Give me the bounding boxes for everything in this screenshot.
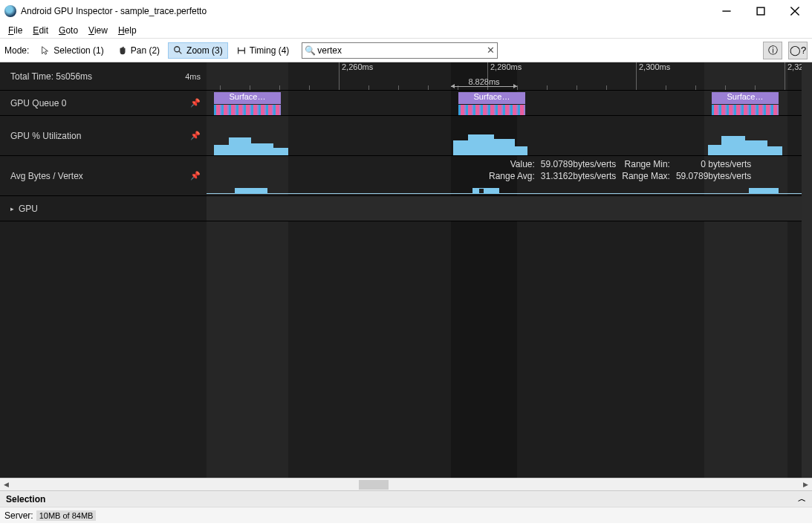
search-clear-icon[interactable]: ✕ xyxy=(487,45,495,56)
maximize-button[interactable] xyxy=(744,0,778,22)
track-queue[interactable]: Surface… Surface… Surface… xyxy=(207,91,802,116)
scroll-right-icon[interactable]: ▶ xyxy=(799,478,812,491)
queue-bars xyxy=(214,105,281,115)
surface-block[interactable]: Surface… xyxy=(458,92,525,104)
track-header-gpu[interactable]: ▸ GPU xyxy=(0,196,207,221)
title-bar: Android GPU Inspector - sample_trace.per… xyxy=(0,0,812,22)
surface-block[interactable]: Surface… xyxy=(712,92,779,104)
mode-selection-label: Selection (1) xyxy=(53,45,103,56)
tick-minor xyxy=(576,85,577,90)
tick-minor xyxy=(755,85,756,90)
track-gpu-collapsed[interactable] xyxy=(207,196,802,221)
tooltip-range-max: 59.0789bytes/verts xyxy=(676,171,751,181)
mode-zoom-label: Zoom (3) xyxy=(186,45,223,56)
tooltip-value: 59.0789bytes/verts xyxy=(541,159,616,169)
close-button[interactable] xyxy=(778,0,812,22)
total-time-header: Total Time: 5s056ms 4ms xyxy=(0,62,207,91)
queue-bars xyxy=(458,105,525,115)
tick-minor xyxy=(309,85,310,90)
chevron-up-icon[interactable]: ︿ xyxy=(798,493,806,504)
tick-minor xyxy=(368,85,369,90)
tooltip-range-max-label: Range Max: xyxy=(622,171,670,181)
time-ruler[interactable]: 2,260ms 2,280ms 2,300ms 2,32 xyxy=(207,62,802,91)
track-label-gpu: GPU xyxy=(19,204,201,214)
tooltip-range-min: 0 bytes/verts xyxy=(676,159,751,169)
tick-minor xyxy=(547,85,548,90)
track-header-util[interactable]: GPU % Utilization 📌 xyxy=(0,116,207,156)
bytes-bar xyxy=(235,188,267,194)
svg-rect-0 xyxy=(757,7,764,15)
queue-bars xyxy=(712,105,779,115)
tick-minor xyxy=(279,85,280,90)
mode-timing-label: Timing (4) xyxy=(250,45,290,56)
track-bytes[interactable]: Value: 59.0789bytes/verts Range Min: 0 b… xyxy=(207,156,802,196)
window-title: Android GPU Inspector - sample_trace.per… xyxy=(21,6,709,16)
tick-minor xyxy=(220,85,221,90)
total-time-label: Total Time: 5s056ms xyxy=(10,71,92,82)
tooltip-range-avg: 31.3162bytes/verts xyxy=(541,171,616,181)
value-cursor[interactable] xyxy=(478,188,484,194)
mode-label: Mode: xyxy=(4,45,29,56)
mode-timing-button[interactable]: Timing (4) xyxy=(231,42,295,59)
vertical-scrollbar[interactable] xyxy=(802,62,812,478)
track-util[interactable] xyxy=(207,116,802,156)
menu-help[interactable]: Help xyxy=(113,24,142,37)
tick-minor xyxy=(517,85,518,90)
server-memory: 10MB of 84MB xyxy=(36,510,97,521)
info-icon: ⓘ xyxy=(768,44,778,57)
track-label-bytes: Avg Bytes / Vertex xyxy=(10,171,83,181)
bytes-bar xyxy=(749,188,779,194)
tick-minor xyxy=(606,85,607,90)
menu-file[interactable]: File xyxy=(3,24,27,37)
tick-minor xyxy=(250,85,250,90)
menu-bar: File Edit Goto View Help xyxy=(0,22,812,39)
mode-zoom-button[interactable]: Zoom (3) xyxy=(168,42,228,59)
range-arrow xyxy=(451,86,517,87)
mode-pan-label: Pan (2) xyxy=(131,45,160,56)
pin-icon[interactable]: 📌 xyxy=(190,98,201,108)
menu-goto[interactable]: Goto xyxy=(53,24,83,37)
pin-icon[interactable]: 📌 xyxy=(190,131,201,140)
value-tooltip: Value: 59.0789bytes/verts Range Min: 0 b… xyxy=(489,159,751,181)
hand-icon xyxy=(117,45,128,56)
selection-title: Selection xyxy=(6,494,45,504)
chevron-right-icon: ▸ xyxy=(10,205,14,212)
track-headers: Total Time: 5s056ms 4ms GPU Queue 0 📌 GP… xyxy=(0,62,207,478)
search-input[interactable] xyxy=(302,42,498,59)
tick-minor xyxy=(428,85,429,90)
zoom-icon xyxy=(173,45,183,56)
tick-minor xyxy=(398,85,399,90)
question-icon: ◯? xyxy=(790,45,806,56)
hscroll-track[interactable] xyxy=(13,478,799,490)
tooltip-value-label: Value: xyxy=(489,159,535,169)
cursor-icon xyxy=(40,45,51,56)
left-edge-time: 4ms xyxy=(185,72,201,81)
scroll-left-icon[interactable]: ◀ xyxy=(0,478,13,491)
mode-selection-button[interactable]: Selection (1) xyxy=(35,42,108,59)
help-button[interactable]: ◯? xyxy=(788,42,808,59)
track-header-queue[interactable]: GPU Queue 0 📌 xyxy=(0,91,207,116)
minimize-button[interactable] xyxy=(709,0,744,22)
svg-point-1 xyxy=(175,46,180,51)
toolbar: Mode: Selection (1) Pan (2) Zoom (3) Tim… xyxy=(0,39,812,62)
track-data[interactable]: 2,260ms 2,280ms 2,300ms 2,32 xyxy=(207,62,802,478)
avg-line xyxy=(207,193,802,194)
menu-view[interactable]: View xyxy=(83,24,113,37)
range-duration-label: 8.828ms xyxy=(451,77,517,86)
info-button[interactable]: ⓘ xyxy=(763,42,782,59)
track-label-util: GPU % Utilization xyxy=(10,131,81,141)
search-icon: 🔍 xyxy=(305,45,316,56)
track-header-bytes[interactable]: Avg Bytes / Vertex 📌 xyxy=(0,156,207,196)
tick-minor xyxy=(695,85,696,90)
surface-block[interactable]: Surface… xyxy=(214,92,281,104)
tooltip-range-min-label: Range Min: xyxy=(622,159,670,169)
tick-major: 2,32 xyxy=(785,62,803,90)
menu-edit[interactable]: Edit xyxy=(27,24,53,37)
horizontal-scrollbar[interactable]: ◀ ▶ xyxy=(0,478,812,490)
pin-icon[interactable]: 📌 xyxy=(190,171,201,181)
trace-view[interactable]: Total Time: 5s056ms 4ms GPU Queue 0 📌 GP… xyxy=(0,62,812,478)
track-label-queue: GPU Queue 0 xyxy=(10,98,66,108)
selection-panel-header[interactable]: Selection ︿ xyxy=(0,490,812,507)
hscroll-thumb[interactable] xyxy=(359,480,389,490)
mode-pan-button[interactable]: Pan (2) xyxy=(112,42,165,59)
